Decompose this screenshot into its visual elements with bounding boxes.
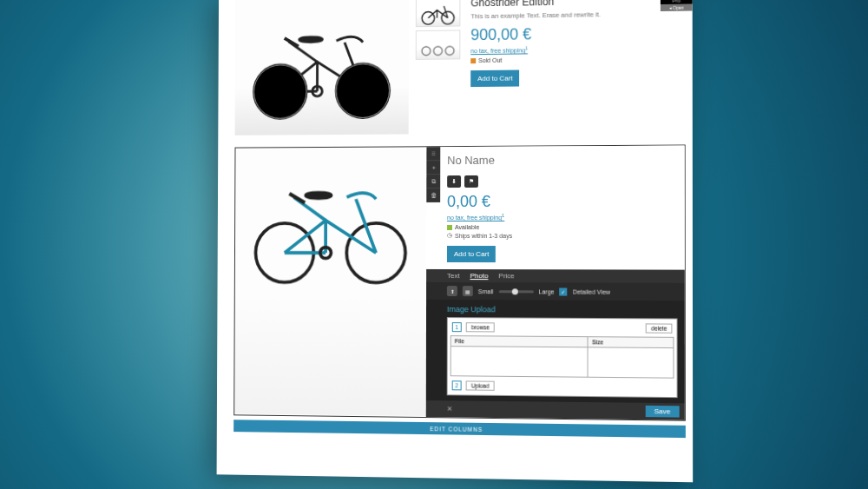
upload-heading: Image Upload: [447, 305, 678, 314]
product-title: Ghostrider Edition: [470, 0, 680, 9]
copy-icon[interactable]: ⧉: [426, 175, 440, 188]
grid-icon[interactable]: ▦: [463, 286, 473, 296]
tab-price[interactable]: Price: [498, 272, 514, 280]
editor-product-info: No Name ⬇ ⚑ 0,00 € no tax, free shipping…: [426, 146, 685, 270]
step-badge-2: 2: [452, 381, 462, 391]
col-size: Size: [589, 337, 674, 348]
plus-icon[interactable]: ＋: [426, 161, 440, 175]
thumbnail[interactable]: [416, 0, 461, 27]
drag-handle-icon[interactable]: ⁝⁝: [426, 147, 440, 161]
delete-button[interactable]: delete: [646, 324, 672, 334]
tax-shipping-link[interactable]: no tax, free shipping1: [470, 47, 528, 54]
tag-icon[interactable]: ⚑: [464, 175, 478, 188]
download-icon[interactable]: ⬇: [447, 175, 461, 188]
editor-price: 0,00 €: [447, 192, 677, 211]
jimdo-badge[interactable]: Jimdo Pro ◂ Open: [661, 0, 693, 11]
editor-footer: ✕ Save: [426, 400, 685, 420]
svg-point-11: [434, 46, 443, 55]
upload-button[interactable]: Upload: [466, 381, 495, 391]
save-button[interactable]: Save: [645, 406, 679, 418]
image-upload-panel: Image Upload 1 browse delete File Size: [426, 300, 685, 403]
size-small-label: Small: [478, 288, 494, 294]
svg-point-15: [306, 193, 331, 198]
available-dot-icon: [447, 225, 452, 230]
stock-status: Sold Out: [470, 55, 680, 63]
add-to-cart-button[interactable]: Add to Cart: [470, 70, 519, 88]
bike-icon: [239, 1, 404, 131]
upload-icon[interactable]: ⬆: [447, 286, 457, 296]
svg-point-6: [253, 64, 306, 118]
product-top-block: Ghostrider Edition This is an example Te…: [218, 0, 693, 142]
trash-icon[interactable]: 🗑: [426, 188, 440, 202]
svg-point-12: [445, 46, 454, 55]
size-large-label: Large: [538, 288, 554, 294]
close-icon[interactable]: ✕: [447, 406, 453, 413]
editor-tool-column: ⁝⁝ ＋ ⧉ 🗑: [426, 147, 440, 202]
upload-box: 1 browse delete File Size: [447, 317, 678, 398]
size-slider[interactable]: [498, 290, 533, 293]
edit-columns-bar[interactable]: EDIT COLUMNS: [233, 420, 686, 439]
editor-ship-time: ◷ Ships within 1-3 days: [447, 232, 677, 239]
editor-tabs: Text Photo Price: [426, 269, 685, 283]
product-description: This is an example Text. Erase and rewri…: [470, 10, 680, 21]
svg-point-10: [422, 47, 431, 56]
file-table: File Size: [450, 335, 674, 379]
clock-icon: ◷: [447, 232, 452, 239]
thumbnail[interactable]: [416, 30, 461, 59]
step-badge-1: 1: [452, 322, 462, 332]
product-editor-block: ⁝⁝ ＋ ⧉ 🗑 No Name ⬇ ⚑ 0,00 € no tax, free…: [233, 145, 686, 422]
editor-add-to-cart-button[interactable]: Add to Cart: [447, 246, 496, 262]
product-info: Ghostrider Edition This is an example Te…: [467, 0, 686, 134]
product-edit-image[interactable]: [234, 147, 426, 416]
editor-product-title: No Name: [447, 153, 677, 167]
bike-icon: [417, 0, 460, 26]
upload-step-1: 1 browse delete: [450, 320, 674, 335]
editor-tax-link[interactable]: no tax, free shipping1: [447, 215, 504, 221]
page-canvas: Jimdo Pro ◂ Open: [217, 0, 694, 482]
table-row: [450, 347, 674, 379]
tab-text[interactable]: Text: [447, 272, 460, 280]
product-editor-panel: ⁝⁝ ＋ ⧉ 🗑 No Name ⬇ ⚑ 0,00 € no tax, free…: [426, 146, 685, 421]
thumbnail-column: [416, 0, 461, 134]
jimdo-open[interactable]: ◂ Open: [661, 3, 693, 11]
bike-icon: [240, 151, 423, 299]
jimdo-tier: Pro: [661, 0, 693, 3]
detailed-view-checkbox[interactable]: ✓: [560, 287, 568, 295]
product-price: 900,00 €: [470, 23, 680, 44]
detailed-view-label: Detailed View: [573, 288, 610, 294]
bikes-icon: [417, 30, 460, 58]
upload-step-2: 2 Upload: [450, 380, 674, 395]
editor-availability: Available: [447, 224, 677, 230]
svg-point-14: [346, 223, 405, 283]
product-main-image[interactable]: [235, 0, 409, 135]
editor-icon-row: ⬇ ⚑: [447, 175, 677, 188]
svg-point-4: [299, 36, 323, 42]
slider-knob[interactable]: [511, 288, 517, 294]
stock-dot-icon: [470, 58, 476, 63]
tab-photo[interactable]: Photo: [470, 272, 488, 280]
svg-point-7: [336, 63, 389, 117]
size-bar: ⬆ ▦ Small Large ✓ Detailed View: [426, 282, 685, 301]
browse-button[interactable]: browse: [466, 323, 495, 333]
